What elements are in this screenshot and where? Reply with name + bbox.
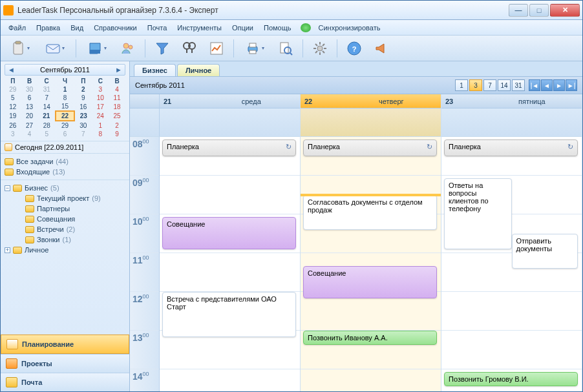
today-button[interactable]: Сегодня [22.09.2011]	[1, 141, 129, 154]
event-answers-23[interactable]: Ответы на вопросы клиентов по телефону	[444, 178, 512, 249]
minical-day[interactable]: 13	[21, 102, 38, 111]
minical-day[interactable]: 11	[109, 94, 125, 102]
menu-help[interactable]: Помощь	[259, 21, 297, 34]
inbox-button[interactable]: ▾	[83, 38, 111, 59]
event-call-ivanov[interactable]: Позвонить Иванову А.А.	[303, 331, 437, 345]
event-meeting-22[interactable]: Совещание	[303, 266, 437, 298]
minical-day[interactable]: 28	[37, 121, 55, 130]
view-14-days[interactable]: 14	[498, 79, 511, 91]
minical-grid[interactable]: ПВСЧПСВ293031123456789101112131415161718…	[5, 77, 125, 138]
menu-mail[interactable]: Почта	[142, 21, 173, 34]
minical-day[interactable]: 23	[74, 111, 92, 121]
day-body-21[interactable]: ↻Планерка Совещание Встреча с представит…	[160, 137, 301, 391]
minical-day[interactable]: 8	[56, 94, 74, 102]
minical-day[interactable]: 2	[109, 121, 125, 130]
menu-options[interactable]: Опции	[227, 21, 259, 34]
minical-day[interactable]: 21	[37, 111, 55, 121]
minical-day[interactable]: 27	[21, 121, 38, 130]
minical-day[interactable]: 4	[109, 85, 125, 94]
event-call-gromov[interactable]: Позвонить Громову В.И.	[444, 372, 578, 386]
tree-meets[interactable]: Встречи (2)	[2, 224, 128, 234]
menu-sync[interactable]: Синхронизировать	[313, 21, 386, 34]
section-mail[interactable]: Почта	[1, 373, 129, 391]
day-column-23[interactable]: 23пятница	[441, 94, 582, 137]
help-button[interactable]: ?	[344, 38, 365, 59]
minical-day[interactable]: 9	[74, 94, 92, 102]
menu-view[interactable]: Вид	[65, 21, 89, 34]
minical-day[interactable]: 18	[109, 102, 125, 111]
view-31-days[interactable]: 31	[512, 79, 525, 91]
cal-prev[interactable]: ◄	[541, 79, 553, 91]
tree-meetings-folder[interactable]: Совещания	[2, 214, 128, 224]
tree-personal[interactable]: +Личное	[2, 245, 128, 255]
tab-personal[interactable]: Личное	[177, 64, 220, 76]
stats-button[interactable]	[206, 38, 227, 59]
minical-day[interactable]: 30	[21, 85, 38, 94]
minical-day[interactable]: 20	[21, 111, 38, 121]
maximize-button[interactable]: □	[529, 4, 549, 17]
minical-day[interactable]: 3	[5, 130, 21, 138]
minical-day[interactable]: 9	[109, 130, 125, 138]
minical-day[interactable]: 6	[21, 94, 38, 102]
minical-day[interactable]: 7	[37, 94, 55, 102]
event-oao-start[interactable]: Встреча с представителями ОАО Старт	[162, 292, 296, 337]
minical-day[interactable]: 16	[74, 102, 92, 111]
contacts-button[interactable]	[118, 38, 138, 59]
minical-day[interactable]: 29	[5, 85, 21, 94]
event-planerka-22[interactable]: ↻Планерка	[303, 139, 437, 156]
minical-day[interactable]: 10	[92, 94, 109, 102]
event-planerka-21[interactable]: ↻Планерка	[162, 139, 296, 156]
minical-day[interactable]: 1	[92, 121, 109, 130]
view-7-days[interactable]: 7	[483, 79, 496, 91]
mail-button[interactable]: ▾	[41, 38, 69, 59]
minical-day[interactable]: 2	[74, 85, 92, 94]
minimize-button[interactable]: ―	[509, 4, 528, 17]
tree-all-tasks[interactable]: Все задачи (44)	[2, 156, 128, 167]
minical-day[interactable]: 7	[74, 130, 92, 138]
collapse-icon[interactable]: −	[5, 185, 10, 191]
tree-partners[interactable]: Партнеры	[2, 203, 128, 214]
minical-day[interactable]: 22	[56, 111, 74, 121]
minical-day[interactable]: 24	[92, 111, 109, 121]
allday-21[interactable]	[160, 108, 300, 137]
minical-day[interactable]: 29	[56, 121, 74, 130]
tree-current-project[interactable]: Текущий проект (9)	[2, 193, 128, 203]
event-meeting-21a[interactable]: Совещание	[162, 217, 296, 249]
minical-day[interactable]: 25	[109, 111, 125, 121]
minical-day[interactable]: 19	[5, 111, 21, 121]
view-3-days[interactable]: 3	[469, 79, 482, 91]
day-column-22[interactable]: 22четверг	[301, 94, 441, 137]
menu-tools[interactable]: Инструменты	[172, 21, 227, 34]
event-docs-22[interactable]: Согласовать документы с отделом продаж	[303, 195, 437, 230]
allday-22[interactable]	[301, 108, 441, 137]
cal-first[interactable]: |◄	[529, 79, 540, 91]
tree-calls[interactable]: Звонки (1)	[2, 234, 128, 245]
menu-file[interactable]: Файл	[3, 21, 31, 34]
menu-edit[interactable]: Правка	[31, 21, 65, 34]
minical-day[interactable]: 6	[56, 130, 74, 138]
event-planerka-23[interactable]: ↻Планерка	[444, 139, 578, 156]
day-body-22[interactable]: ↻Планерка Согласовать документы с отдело…	[301, 137, 441, 391]
minical-day[interactable]: 15	[56, 102, 74, 111]
minical-day[interactable]: 5	[37, 130, 55, 138]
clipboard-button[interactable]: ▾	[6, 38, 34, 59]
announce-button[interactable]	[371, 38, 392, 59]
filter-button[interactable]	[152, 38, 173, 59]
menu-references[interactable]: Справочники	[89, 21, 142, 34]
event-send-docs-23[interactable]: Отправить документы	[512, 234, 578, 269]
tree-inbox[interactable]: Входящие (13)	[2, 167, 128, 177]
search-button[interactable]	[179, 38, 200, 59]
cal-next[interactable]: ►	[553, 79, 565, 91]
view-1-days[interactable]: 1	[455, 79, 468, 91]
expand-icon[interactable]: +	[5, 247, 10, 253]
minical-day[interactable]: 30	[74, 121, 92, 130]
minical-day[interactable]: 3	[92, 85, 109, 94]
minical-day[interactable]: 8	[92, 130, 109, 138]
minical-day[interactable]: 26	[5, 121, 21, 130]
minical-day[interactable]: 12	[5, 102, 21, 111]
preview-button[interactable]	[275, 38, 296, 59]
minical-day[interactable]: 31	[37, 85, 55, 94]
minical-prev[interactable]: ◄	[8, 66, 15, 74]
allday-23[interactable]	[441, 108, 582, 137]
tree-business[interactable]: −Бизнес (5)	[2, 183, 128, 193]
